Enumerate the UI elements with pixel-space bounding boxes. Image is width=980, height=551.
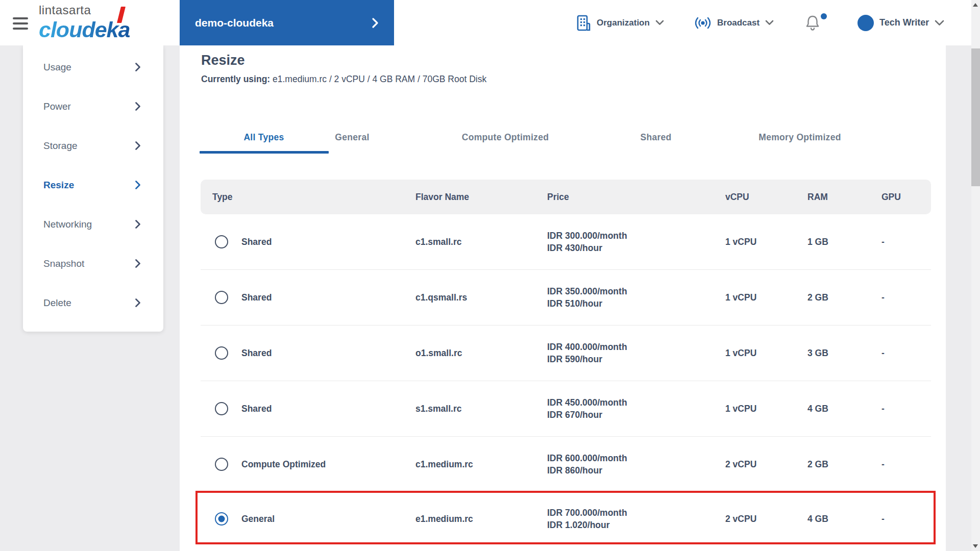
tab-all-types[interactable]: All Types [243, 127, 284, 147]
row-flavor-name: c1.qsmall.rs [415, 292, 547, 303]
scrollbar-thumb[interactable] [971, 48, 980, 186]
table-row[interactable]: Shared c1.qsmall.rs IDR 350.000/month ID… [201, 270, 931, 325]
row-vcpu: 1 vCPU [725, 292, 807, 303]
chevron-right-icon [372, 17, 379, 29]
sidebar-item-resize[interactable]: Resize [23, 165, 163, 205]
user-avatar [857, 15, 874, 31]
row-gpu: - [881, 237, 931, 247]
row-vcpu: 1 vCPU [725, 404, 807, 414]
row-vcpu: 2 vCPU [725, 514, 807, 524]
column-header-gpu: GPU [881, 192, 931, 203]
user-menu[interactable]: Tech Writer [857, 0, 944, 45]
row-ram: 3 GB [807, 348, 881, 359]
row-flavor-name: e1.medium.rc [415, 514, 547, 524]
logo-product-text: cloudeka [39, 17, 130, 42]
sidebar-item-networking[interactable]: Networking [23, 205, 163, 244]
row-vcpu: 1 vCPU [725, 237, 807, 247]
table-row-selected[interactable]: General e1.medium.rc IDR 700.000/month I… [201, 492, 931, 545]
chevron-right-icon [135, 102, 141, 111]
flavor-radio[interactable] [215, 512, 228, 525]
flavor-radio[interactable] [215, 346, 228, 360]
row-flavor-name: c1.medium.rc [415, 459, 547, 470]
tab-compute-optimized[interactable]: Compute Optimized [462, 127, 549, 147]
table-row[interactable]: Shared o1.small.rc IDR 400.000/month IDR… [201, 325, 931, 381]
row-ram: 2 GB [807, 292, 881, 303]
user-name: Tech Writer [879, 17, 929, 28]
organization-label: Organization [597, 18, 650, 28]
active-tab-underline [200, 151, 329, 154]
row-price: IDR 400.000/month IDR 590/hour [547, 341, 725, 365]
flavor-radio[interactable] [215, 291, 228, 304]
row-price: IDR 600.000/month IDR 860/hour [547, 452, 725, 477]
table-row[interactable]: Compute Optimized c1.medium.rc IDR 600.0… [201, 437, 931, 492]
current-flavor-summary: Currently using: e1.medium.rc / 2 vCPU /… [201, 74, 486, 85]
row-gpu: - [881, 292, 931, 303]
tab-shared[interactable]: Shared [640, 127, 671, 147]
hamburger-menu-icon[interactable] [13, 17, 28, 30]
bell-icon [804, 14, 821, 32]
sidebar-item-delete[interactable]: Delete [23, 283, 163, 322]
tab-general[interactable]: General [335, 127, 369, 147]
row-flavor-name: c1.small.rc [415, 237, 547, 247]
row-ram: 2 GB [807, 459, 881, 470]
row-vcpu: 1 vCPU [725, 348, 807, 359]
flavor-radio[interactable] [215, 235, 228, 248]
resize-panel: Resize Currently using: e1.medium.rc / 2… [180, 45, 946, 551]
table-header-row: Type Flavor Name Price vCPU RAM GPU [201, 180, 931, 214]
cloudeka-logo[interactable]: lintasarta cloudeka [39, 3, 161, 42]
chevron-right-icon [135, 62, 141, 72]
scrollbar-down-arrow[interactable] [973, 544, 978, 548]
broadcast-menu[interactable]: Broadcast [694, 0, 774, 45]
flavor-table: Type Flavor Name Price vCPU RAM GPU Shar… [201, 180, 931, 545]
row-gpu: - [881, 348, 931, 359]
scrollbar-up-arrow[interactable] [973, 3, 978, 7]
logo-company-text: lintasarta [39, 3, 161, 17]
sidebar-item-power[interactable]: Power [23, 87, 163, 126]
broadcast-label: Broadcast [717, 18, 760, 28]
row-ram: 4 GB [807, 404, 881, 414]
row-price: IDR 450.000/month IDR 670/hour [547, 396, 725, 421]
flavor-radio[interactable] [215, 402, 228, 415]
instance-sidebar: Usage Power Storage Resize Networking Sn… [23, 45, 163, 332]
broadcast-icon [694, 16, 712, 30]
organization-menu[interactable]: Organization [576, 0, 664, 45]
column-header-vcpu: vCPU [725, 192, 807, 203]
flavor-radio[interactable] [215, 458, 228, 471]
sidebar-item-usage[interactable]: Usage [23, 47, 163, 87]
chevron-down-icon [655, 20, 664, 26]
project-selector-button[interactable]: demo-cloudeka [180, 0, 394, 45]
row-type: General [241, 514, 275, 524]
row-gpu: - [881, 459, 931, 470]
row-price: IDR 350.000/month IDR 510/hour [547, 285, 725, 310]
sidebar-item-storage[interactable]: Storage [23, 126, 163, 165]
table-row[interactable]: Shared c1.small.rc IDR 300.000/month IDR… [201, 214, 931, 270]
row-type: Shared [241, 292, 272, 303]
table-row[interactable]: Shared s1.small.rc IDR 450.000/month IDR… [201, 381, 931, 437]
organization-building-icon [576, 14, 591, 32]
row-flavor-name: s1.small.rc [415, 404, 547, 414]
row-price: IDR 700.000/month IDR 1.020/hour [547, 507, 725, 531]
row-flavor-name: o1.small.rc [415, 348, 547, 359]
chevron-right-icon [135, 259, 141, 268]
row-type: Shared [241, 404, 272, 414]
column-header-ram: RAM [807, 192, 881, 203]
notifications-button[interactable] [804, 14, 828, 33]
row-gpu: - [881, 404, 931, 414]
top-header: lintasarta cloudeka demo-cloudeka Organi… [0, 0, 980, 45]
chevron-right-icon [135, 219, 141, 229]
chevron-down-icon [935, 20, 944, 26]
notification-badge-dot [821, 13, 827, 19]
row-type: Shared [241, 237, 272, 247]
chevron-right-icon [135, 180, 141, 190]
sidebar-item-snapshot[interactable]: Snapshot [23, 244, 163, 283]
chevron-right-icon [135, 141, 141, 151]
row-type: Compute Optimized [241, 459, 326, 470]
row-ram: 1 GB [807, 237, 881, 247]
page-scrollbar[interactable] [971, 0, 980, 551]
page-title: Resize [201, 53, 245, 68]
chevron-down-icon [765, 20, 774, 26]
tab-memory-optimized[interactable]: Memory Optimized [758, 127, 841, 147]
chevron-right-icon [135, 298, 141, 308]
flavor-type-tabs: All Types General Compute Optimized Shar… [180, 127, 946, 147]
column-header-type: Type [201, 192, 415, 203]
